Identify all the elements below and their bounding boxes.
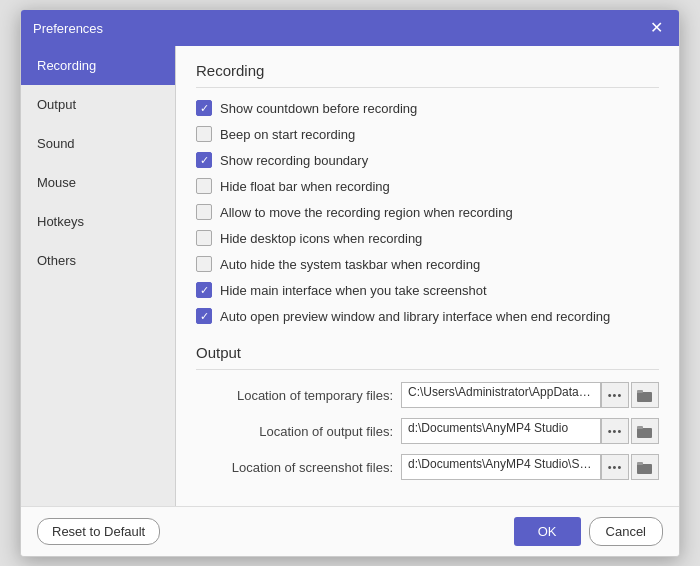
output-dots-button[interactable]: ••• [601,382,629,408]
svg-rect-4 [637,464,652,474]
checkbox-label: Allow to move the recording region when … [220,205,513,220]
dialog-body: RecordingOutputSoundMouseHotkeysOthers R… [21,46,679,506]
sidebar: RecordingOutputSoundMouseHotkeysOthers [21,46,176,506]
output-field-label: Location of temporary files: [237,388,393,403]
recording-section-title: Recording [196,62,659,88]
sidebar-item-others[interactable]: Others [21,241,175,280]
output-rows-container: Location of temporary files:C:\Users\Adm… [196,382,659,480]
checkbox[interactable] [196,308,212,324]
footer-right-buttons: OK Cancel [514,517,663,546]
preferences-dialog: Preferences ✕ RecordingOutputSoundMouseH… [20,9,680,557]
checkbox[interactable] [196,282,212,298]
svg-rect-0 [637,392,652,402]
checkbox[interactable] [196,230,212,246]
checkbox-row: Allow to move the recording region when … [196,204,659,220]
checkbox[interactable] [196,152,212,168]
checkbox[interactable] [196,204,212,220]
checkbox-label: Auto hide the system taskbar when record… [220,257,480,272]
checkbox-row: Hide float bar when recording [196,178,659,194]
output-folder-button[interactable] [631,382,659,408]
checkbox[interactable] [196,100,212,116]
checkboxes-container: Show countdown before recordingBeep on s… [196,100,659,324]
svg-rect-3 [637,426,643,429]
output-folder-button[interactable] [631,418,659,444]
checkbox-label: Hide desktop icons when recording [220,231,422,246]
checkbox-label: Beep on start recording [220,127,355,142]
svg-rect-2 [637,428,652,438]
checkbox-label: Auto open preview window and library int… [220,309,610,324]
title-bar: Preferences ✕ [21,10,679,46]
reset-button[interactable]: Reset to Default [37,518,160,545]
output-folder-button[interactable] [631,454,659,480]
dialog-footer: Reset to Default OK Cancel [21,506,679,556]
sidebar-item-sound[interactable]: Sound [21,124,175,163]
output-row: Location of screenshot files:d:\Document… [196,454,659,480]
output-field-label: Location of output files: [259,424,393,439]
sidebar-item-output[interactable]: Output [21,85,175,124]
svg-rect-5 [637,462,643,465]
ok-button[interactable]: OK [514,517,581,546]
output-field-value[interactable]: C:\Users\Administrator\AppData\Lo [401,382,601,408]
checkbox[interactable] [196,178,212,194]
output-dots-button[interactable]: ••• [601,418,629,444]
output-row: Location of temporary files:C:\Users\Adm… [196,382,659,408]
checkbox-row: Show countdown before recording [196,100,659,116]
checkbox-row: Hide main interface when you take screen… [196,282,659,298]
output-field-label: Location of screenshot files: [232,460,393,475]
checkbox-label: Hide main interface when you take screen… [220,283,487,298]
checkbox-row: Hide desktop icons when recording [196,230,659,246]
content-area: Recording Show countdown before recordin… [176,46,679,506]
checkbox-row: Auto hide the system taskbar when record… [196,256,659,272]
checkbox-row: Show recording boundary [196,152,659,168]
sidebar-item-hotkeys[interactable]: Hotkeys [21,202,175,241]
output-section-title: Output [196,344,659,370]
cancel-button[interactable]: Cancel [589,517,663,546]
output-field-value[interactable]: d:\Documents\AnyMP4 Studio [401,418,601,444]
checkbox-row: Auto open preview window and library int… [196,308,659,324]
checkbox-label: Show countdown before recording [220,101,417,116]
checkbox-label: Hide float bar when recording [220,179,390,194]
checkbox[interactable] [196,126,212,142]
output-row: Location of output files:d:\Documents\An… [196,418,659,444]
close-button[interactable]: ✕ [646,18,667,38]
svg-rect-1 [637,390,643,393]
dialog-title: Preferences [33,21,103,36]
output-section: Output Location of temporary files:C:\Us… [196,344,659,480]
sidebar-item-recording[interactable]: Recording [21,46,175,85]
checkbox[interactable] [196,256,212,272]
checkbox-label: Show recording boundary [220,153,368,168]
checkbox-row: Beep on start recording [196,126,659,142]
output-field-value[interactable]: d:\Documents\AnyMP4 Studio\Snap [401,454,601,480]
sidebar-item-mouse[interactable]: Mouse [21,163,175,202]
output-dots-button[interactable]: ••• [601,454,629,480]
